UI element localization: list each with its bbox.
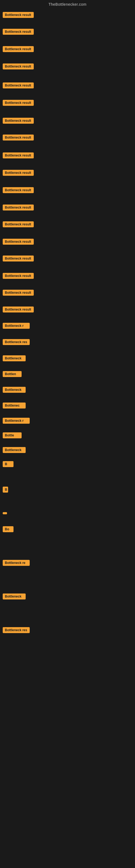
bottleneck-row-27: Bottleneck bbox=[0, 445, 135, 455]
bottleneck-badge-18[interactable]: Bottleneck result bbox=[3, 307, 34, 312]
bottleneck-row-33: Bottleneck bbox=[0, 592, 135, 601]
bottleneck-badge-32[interactable]: Bottleneck re bbox=[3, 560, 30, 566]
bottleneck-row-8: Bottleneck result bbox=[0, 133, 135, 142]
bottleneck-badge-12[interactable]: Bottleneck result bbox=[3, 205, 34, 211]
bottleneck-badge-30[interactable] bbox=[3, 512, 7, 514]
bottleneck-badge-16[interactable]: Bottleneck result bbox=[3, 273, 34, 279]
site-header: TheBottlenecker.com bbox=[0, 0, 135, 8]
bottleneck-row-25: Bottleneck r bbox=[0, 416, 135, 425]
bottleneck-row-23: Bottleneck bbox=[0, 385, 135, 394]
bottleneck-row-3: Bottleneck result bbox=[0, 44, 135, 54]
bottleneck-badge-17[interactable]: Bottleneck result bbox=[3, 290, 34, 296]
bottleneck-row-34: Bottleneck res bbox=[0, 625, 135, 635]
bottleneck-row-31: Bo bbox=[0, 525, 135, 534]
bottleneck-badge-15[interactable]: Bottleneck result bbox=[3, 255, 34, 261]
bottleneck-row-15: Bottleneck result bbox=[0, 254, 135, 263]
bottleneck-row-14: Bottleneck result bbox=[0, 237, 135, 246]
bottleneck-row-21: Bottleneck bbox=[0, 354, 135, 363]
bottleneck-badge-27[interactable]: Bottleneck bbox=[3, 447, 26, 453]
bottleneck-row-16: Bottleneck result bbox=[0, 271, 135, 280]
bottleneck-badge-34[interactable]: Bottleneck res bbox=[3, 627, 30, 633]
bottleneck-row-17: Bottleneck result bbox=[0, 288, 135, 297]
bottleneck-row-18: Bottleneck result bbox=[0, 305, 135, 314]
bottleneck-badge-25[interactable]: Bottleneck r bbox=[3, 418, 30, 424]
bottleneck-badge-20[interactable]: Bottleneck res bbox=[3, 339, 30, 345]
bottleneck-badge-33[interactable]: Bottleneck bbox=[3, 593, 26, 599]
bottleneck-badge-24[interactable]: Bottlenec bbox=[3, 403, 26, 408]
bottleneck-badge-3[interactable]: Bottleneck result bbox=[3, 46, 34, 52]
bottleneck-row-24: Bottlenec bbox=[0, 401, 135, 410]
bottleneck-badge-19[interactable]: Bottleneck r bbox=[3, 323, 30, 329]
bottleneck-row-10: Bottleneck result bbox=[0, 168, 135, 177]
bottleneck-badge-26[interactable]: Bottle bbox=[3, 432, 21, 438]
bottleneck-row-5: Bottleneck result bbox=[0, 81, 135, 90]
bottleneck-row-30 bbox=[0, 510, 135, 516]
bottleneck-row-7: Bottleneck result bbox=[0, 116, 135, 125]
bottleneck-row-11: Bottleneck result bbox=[0, 186, 135, 195]
site-title: TheBottlenecker.com bbox=[48, 2, 86, 6]
bottleneck-badge-14[interactable]: Bottleneck result bbox=[3, 239, 34, 245]
bottleneck-row-20: Bottleneck res bbox=[0, 337, 135, 347]
bottleneck-row-13: Bottleneck result bbox=[0, 220, 135, 229]
bottleneck-badge-8[interactable]: Bottleneck result bbox=[3, 134, 34, 141]
bottleneck-badge-31[interactable]: Bo bbox=[3, 526, 13, 532]
bottleneck-badge-4[interactable]: Bottleneck result bbox=[3, 63, 34, 69]
bottleneck-row-29: B bbox=[0, 485, 135, 494]
bottleneck-row-12: Bottleneck result bbox=[0, 203, 135, 212]
bottleneck-row-22: Bottlen bbox=[0, 369, 135, 379]
bottleneck-badge-13[interactable]: Bottleneck result bbox=[3, 221, 34, 227]
bottleneck-badge-11[interactable]: Bottleneck result bbox=[3, 187, 34, 193]
bottleneck-row-1: Bottleneck result bbox=[0, 10, 135, 20]
bottleneck-badge-29[interactable]: B bbox=[3, 487, 8, 493]
bottleneck-badge-7[interactable]: Bottleneck result bbox=[3, 118, 34, 124]
bottleneck-badge-23[interactable]: Bottleneck bbox=[3, 387, 26, 393]
results-list: Bottleneck resultBottleneck resultBottle… bbox=[0, 10, 135, 635]
bottleneck-row-2: Bottleneck result bbox=[0, 27, 135, 36]
bottleneck-row-28: B bbox=[0, 460, 135, 469]
bottleneck-row-4: Bottleneck result bbox=[0, 62, 135, 71]
bottleneck-badge-9[interactable]: Bottleneck result bbox=[3, 152, 34, 158]
bottleneck-badge-28[interactable]: B bbox=[3, 461, 13, 467]
bottleneck-badge-22[interactable]: Bottlen bbox=[3, 371, 21, 377]
bottleneck-row-19: Bottleneck r bbox=[0, 321, 135, 330]
bottleneck-row-6: Bottleneck result bbox=[0, 98, 135, 107]
bottleneck-row-32: Bottleneck re bbox=[0, 558, 135, 567]
bottleneck-row-26: Bottle bbox=[0, 431, 135, 440]
bottleneck-badge-21[interactable]: Bottleneck bbox=[3, 355, 26, 361]
bottleneck-row-9: Bottleneck result bbox=[0, 151, 135, 160]
bottleneck-badge-2[interactable]: Bottleneck result bbox=[3, 29, 34, 35]
bottleneck-badge-1[interactable]: Bottleneck result bbox=[3, 12, 34, 18]
bottleneck-badge-6[interactable]: Bottleneck result bbox=[3, 100, 34, 106]
bottleneck-badge-10[interactable]: Bottleneck result bbox=[3, 170, 34, 176]
bottleneck-badge-5[interactable]: Bottleneck result bbox=[3, 83, 34, 88]
